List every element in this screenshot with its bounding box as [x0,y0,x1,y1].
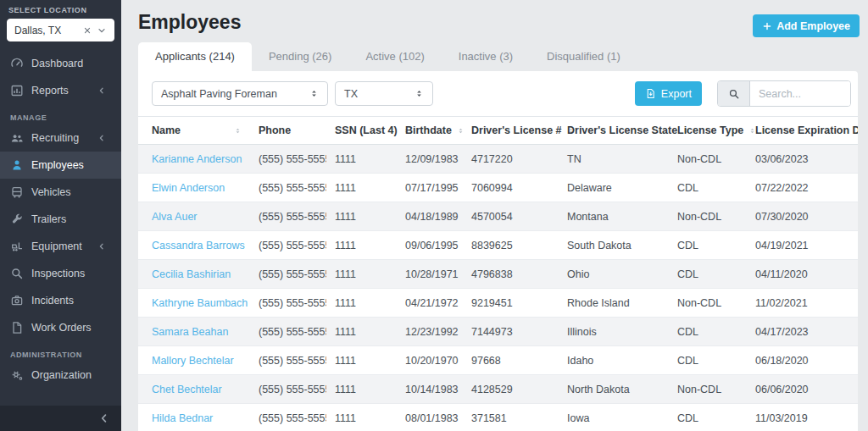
employee-name-link[interactable]: Cassandra Barrows [152,240,245,251]
position-filter-select[interactable]: Asphalt Paving Foreman [152,81,328,106]
sidebar-item[interactable]: Recruiting [0,124,121,152]
cell-name: Alva Auer [138,202,250,231]
cell-drivers-license-number: 8839625 [463,231,559,260]
tab[interactable]: Pending (26) [252,42,348,71]
sidebar-item-label: Equipment [31,240,82,252]
sidebar-item-label: Organization [31,369,92,381]
sort-icon [234,126,242,135]
cell-drivers-license-number: 4796838 [463,260,559,289]
sidebar-item[interactable]: Vehicles [0,179,121,206]
sidebar-collapse-button[interactable] [0,406,121,431]
column-header[interactable]: SSN (Last 4) [326,117,397,145]
sidebar-item[interactable]: Incidents [0,287,121,314]
employee-name-link[interactable]: Hilda Bednar [152,412,213,424]
cell-name: Mallory Bechtelar [138,346,250,375]
sort-icon [457,126,465,135]
cell-drivers-license-state: Delaware [559,174,669,202]
sidebar-item[interactable]: Organization [0,362,121,389]
users-icon [10,131,24,145]
sidebar-item-label: Trailers [31,213,66,225]
page-header: Employees Add Employee Applicants (214) … [121,0,868,71]
sidebar-item[interactable]: Inspections [0,260,121,287]
column-header[interactable]: Name [138,117,250,145]
plus-icon [762,21,772,31]
cell-ssn-last4: 1111 [326,202,397,231]
employee-name-link[interactable]: Chet Bechtelar [152,384,222,395]
state-filter-select[interactable]: TX [335,81,433,106]
sidebar-item-label: Vehicles [31,186,71,198]
employee-name-link[interactable]: Kathryne Baumbach [152,297,248,309]
cell-birthdate: 04/18/1989 [397,202,463,231]
sidebar-item-label: Employees [31,159,84,171]
cell-drivers-license-state: Illinois [559,318,669,346]
add-employee-button[interactable]: Add Employee [753,14,860,37]
magnifier-icon [10,267,24,280]
person-icon [10,158,24,172]
cell-birthdate: 09/06/1995 [397,231,463,260]
employee-name-link[interactable]: Cecilia Bashirian [152,268,231,280]
search-input[interactable] [750,81,850,106]
table-row: Hilda Bednar (555) 555-5555 1111 08/01/1… [138,404,858,431]
cell-ssn-last4: 1111 [326,174,397,202]
column-header[interactable]: License Expiration Date [747,117,858,145]
x-icon[interactable] [82,25,92,36]
column-header[interactable]: Birthdate [397,117,463,145]
cell-license-expiration: 04/11/2020 [747,260,858,289]
chevron-collapsed-icon [97,134,111,142]
column-header: Phone [250,117,326,145]
cell-drivers-license-number: 7060994 [463,174,559,202]
employees-table: Name Phone [138,117,858,431]
cell-birthdate: 10/14/1983 [397,375,463,404]
employee-name-link[interactable]: Mallory Bechtelar [152,355,234,367]
cell-phone: (555) 555-5555 [250,145,326,174]
page-title: Employees [138,11,241,34]
table-row: Karianne Anderson (555) 555-5555 1111 12… [138,145,858,174]
sidebar-item-label: Recruiting [31,132,79,144]
employee-name-link[interactable]: Karianne Anderson [152,153,242,165]
employee-name-link[interactable]: Samara Beahan [152,326,228,338]
gears-icon [10,368,24,382]
cell-license-type: CDL [669,174,747,202]
sidebar-item-label: Work Orders [31,322,92,334]
employee-name-link[interactable]: Alva Auer [152,211,198,223]
column-header[interactable]: License Type [669,117,747,145]
cell-birthdate: 04/21/1972 [397,289,463,318]
cell-drivers-license-state: Rhode Island [559,289,669,318]
cell-drivers-license-number: 4570054 [463,202,559,231]
cell-license-expiration: 06/18/2020 [747,346,858,375]
export-button[interactable]: Export [635,81,702,106]
cell-license-expiration: 04/19/2021 [747,231,858,260]
cell-license-type: CDL [669,318,747,346]
cell-drivers-license-state: South Dakota [559,231,669,260]
sidebar-item[interactable]: Employees [0,152,121,179]
tab[interactable]: Disqualified (1) [530,42,637,71]
tab[interactable]: Active (102) [348,42,441,71]
cell-license-type: Non-CDL [669,145,747,174]
sidebar-item[interactable]: Dashboard [0,50,121,77]
sidebar-item[interactable]: Equipment [0,233,121,260]
cell-drivers-license-state: TN [559,145,669,174]
sidebar-item[interactable]: Work Orders [0,314,121,341]
cell-phone: (555) 555-5555 [250,231,326,260]
table-row: Samara Beahan (555) 555-5555 1111 12/23/… [138,318,858,346]
cell-name: Cassandra Barrows [138,231,250,260]
location-select-value: Dallas, TX [14,25,78,36]
tab[interactable]: Applicants (214) [138,42,252,71]
cell-drivers-license-state: Idaho [559,346,669,375]
table-row: Mallory Bechtelar (555) 555-5555 1111 10… [138,346,858,375]
cell-birthdate: 10/20/1970 [397,346,463,375]
employee-name-link[interactable]: Elwin Anderson [152,182,225,194]
sidebar-item[interactable]: Trailers [0,206,121,233]
cell-drivers-license-number: 4128529 [463,375,559,404]
tab[interactable]: Inactive (3) [442,42,530,71]
sidebar-item[interactable]: Reports [0,77,121,104]
location-select[interactable]: Dallas, TX [7,19,114,41]
export-file-icon [645,88,656,99]
cell-license-expiration: 07/22/2022 [747,174,858,202]
column-header[interactable]: Driver's License State [559,117,669,145]
cell-name: Hilda Bednar [138,404,250,431]
table-row: Chet Bechtelar (555) 555-5555 1111 10/14… [138,375,858,404]
cell-name: Samara Beahan [138,318,250,346]
chevron-left-icon [98,412,110,424]
column-header[interactable]: Driver's License # [463,117,559,145]
